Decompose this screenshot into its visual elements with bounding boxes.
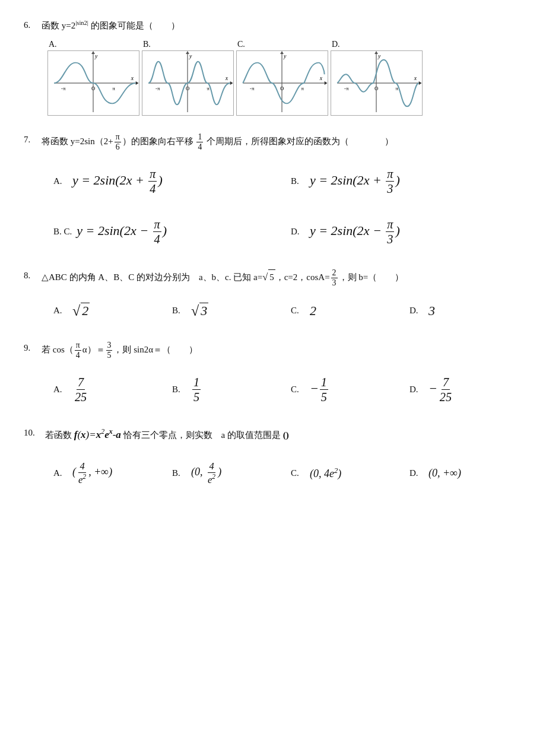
q10-a-label: A.	[53, 468, 68, 478]
q9-number: 9.	[24, 341, 42, 355]
q10-c-label: C.	[291, 468, 305, 478]
q7-d-frac: π3	[386, 217, 394, 247]
svg-text:-π: -π	[344, 85, 349, 91]
q7-bc-formula: y = 2sin(2x − π4)	[77, 217, 167, 247]
q7-a-formula: y = 2sin(2x + π4)	[72, 167, 163, 196]
q7-text: 将函数 y=2sin（2+π6）的图象向右平移 14 个周期后，所得图象对应的函…	[42, 132, 393, 153]
svg-text:y: y	[283, 52, 287, 59]
q7-number: 7.	[24, 132, 42, 147]
q9-text: 若 cos（π4α）＝35，则 sin2α＝（ ）	[42, 341, 198, 361]
q9-option-d: D. −725	[404, 370, 522, 409]
q8-option-d: D. 3	[404, 298, 522, 324]
q10-options: A. (4e2, +∞) B. (0, 4e2) C. (0, 4e2) D. …	[47, 456, 522, 490]
q8-frac-23: 23	[331, 268, 338, 288]
question-6: 6. 函数 y=2|sin2| 的图象可能是（ ） A. x y O -π	[24, 18, 522, 116]
q6-graphs: A. x y O -π π	[47, 40, 522, 116]
q9-d-label: D.	[410, 385, 424, 395]
q6-number: 6.	[24, 18, 42, 32]
q9-c-formula: −15	[310, 375, 329, 405]
svg-text:-π: -π	[250, 85, 255, 91]
svg-marker-2	[136, 81, 139, 85]
q9-options: A. 725 B. 15 C. −15 D. −725	[47, 370, 522, 409]
q8-option-a: A. 2	[47, 298, 166, 324]
svg-text:π: π	[301, 85, 304, 91]
q10-option-d: D. (0, +∞)	[404, 456, 522, 490]
q9-frac-pi4: π4	[75, 341, 81, 361]
q10-text: 若函数 f(x)=x2ex-a 恰有三个零点，则实数 a 的取值范围是 ()	[45, 425, 289, 444]
graph-a-item: A. x y O -π π	[47, 40, 139, 116]
q8-d-label: D.	[410, 306, 424, 316]
svg-text:O: O	[91, 85, 96, 91]
q10-a-frac: 4e2	[77, 460, 87, 485]
graph-d-label: D.	[332, 40, 340, 49]
graph-c-box: x y O -π π	[236, 50, 328, 116]
q9-header: 9. 若 cos（π4α）＝35，则 sin2α＝（ ）	[24, 341, 522, 361]
q8-text: △ABC 的内角 A、B、C 的对边分别为 a、b、c. 已知 a=5，c=2，…	[42, 268, 404, 288]
svg-text:O: O	[374, 85, 379, 91]
q10-d-formula: (0, +∞)	[428, 467, 461, 479]
q8-b-sqrt3: 3	[191, 303, 208, 319]
q9-a-frac: 725	[74, 375, 88, 405]
q7-b-formula: y = 2sin(2x + π3)	[310, 167, 400, 196]
q9-d-frac: 725	[439, 375, 453, 405]
q10-d-label: D.	[410, 468, 424, 478]
q8-option-c: C. 2	[285, 298, 404, 324]
q9-option-c: C. −15	[285, 370, 404, 409]
q8-c-formula: 2	[310, 303, 316, 319]
svg-marker-11	[230, 81, 233, 85]
svg-text:-π: -π	[61, 85, 66, 91]
q8-c-label: C.	[291, 306, 305, 316]
q6-header: 6. 函数 y=2|sin2| 的图象可能是（ ）	[24, 18, 522, 34]
q7-bc-label: B. C.	[53, 227, 72, 237]
svg-text:x: x	[225, 75, 228, 81]
svg-marker-20	[325, 81, 328, 85]
graph-d-box: x y O -π π	[331, 50, 423, 116]
q10-b-label: B.	[172, 468, 186, 478]
q9-a-formula: 725	[72, 375, 89, 405]
svg-text:y: y	[377, 52, 381, 59]
q9-b-frac: 15	[192, 375, 201, 405]
q8-d-formula: 3	[428, 303, 435, 319]
q8-header: 8. △ABC 的内角 A、B、C 的对边分别为 a、b、c. 已知 a=5，c…	[24, 268, 522, 288]
q7-d-label: D.	[291, 227, 305, 237]
graph-a-svg: x y O -π π	[48, 51, 139, 115]
q8-a-formula: 2	[72, 303, 90, 319]
q9-a-label: A.	[53, 385, 68, 395]
q10-header: 10. 若函数 f(x)=x2ex-a 恰有三个零点，则实数 a 的取值范围是 …	[24, 425, 522, 444]
svg-text:x: x	[319, 75, 323, 81]
q7-a-label: A.	[53, 176, 68, 186]
q9-option-b: B. 15	[166, 370, 285, 409]
q8-b-formula: 3	[191, 303, 208, 319]
q7-bc-frac: π4	[153, 217, 161, 247]
q10-option-c: C. (0, 4e2)	[285, 456, 404, 490]
svg-text:y: y	[94, 52, 98, 59]
q10-c-formula: (0, 4e2)	[310, 466, 341, 480]
q8-option-b: B. 3	[166, 298, 285, 324]
svg-text:O: O	[280, 85, 284, 91]
q6-text: 函数 y=2|sin2| 的图象可能是（ ）	[42, 18, 180, 34]
svg-text:-π: -π	[155, 85, 160, 91]
svg-text:x: x	[414, 75, 417, 81]
svg-text:y: y	[189, 52, 192, 59]
q9-c-label: C.	[291, 385, 305, 395]
q7-frac-quarter: 14	[196, 132, 203, 153]
q8-sqrt5: 5	[262, 269, 275, 285]
graph-b-item: B. x y O -π π	[142, 40, 234, 116]
q10-option-a: A. (4e2, +∞)	[47, 456, 166, 490]
question-8: 8. △ABC 的内角 A、B、C 的对边分别为 a、b、c. 已知 a=5，c…	[24, 268, 522, 324]
svg-text:x: x	[131, 75, 134, 81]
q10-option-b: B. (0, 4e2)	[166, 456, 285, 490]
graph-b-label: B.	[143, 40, 151, 49]
q9-d-formula: −725	[428, 375, 454, 405]
q7-d-formula: y = 2sin(2x − π3)	[310, 217, 400, 247]
graph-b-box: x y O -π π	[142, 50, 234, 116]
q7-option-bc: B. C. y = 2sin(2x − π4)	[47, 212, 285, 252]
graph-d-svg: x y O -π π	[331, 51, 422, 115]
q7-option-b: B. y = 2sin(2x + π3)	[285, 162, 522, 201]
svg-text:O: O	[186, 85, 190, 91]
q8-a-label: A.	[53, 306, 68, 316]
q10-b-formula: (0, 4e2)	[191, 460, 221, 485]
q8-a-sqrt2: 2	[72, 303, 90, 319]
q8-b-label: B.	[172, 306, 186, 316]
graph-d-item: D. x y O -π π	[331, 40, 423, 116]
